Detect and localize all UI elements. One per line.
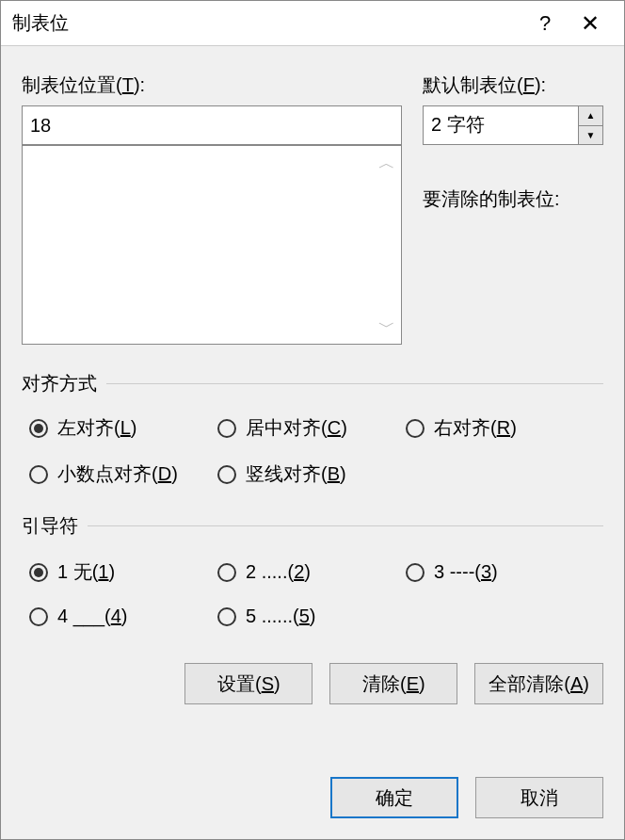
divider [106, 383, 603, 384]
radio-icon [406, 563, 425, 582]
dialog-buttons: 确定 取消 [330, 777, 603, 818]
radio-icon [29, 465, 48, 484]
radio-align-right[interactable]: 右对齐(R) [406, 415, 603, 441]
radio-label: 左对齐(L) [57, 415, 136, 441]
ok-button[interactable]: 确定 [330, 777, 458, 818]
radio-icon [29, 419, 48, 438]
spinner-down-icon[interactable]: ▼ [579, 126, 602, 145]
radio-icon [217, 465, 236, 484]
default-tab-label: 默认制表位(F): [423, 73, 603, 98]
radio-label: 竖线对齐(B) [246, 461, 346, 487]
radio-label: 5 ......(5) [246, 606, 315, 627]
tab-position-label: 制表位位置(T): [22, 73, 402, 98]
spinner-up-icon[interactable]: ▲ [579, 106, 602, 126]
title-bar: 制表位 ? ✕ [1, 1, 624, 46]
tabs-dialog: 制表位 ? ✕ 制表位位置(T): ︿ ﹀ 默认制表位(F): 2 字符 ▲ ▼ [0, 0, 625, 840]
radio-align-center[interactable]: 居中对齐(C) [217, 415, 406, 441]
scroll-down-icon: ﹀ [378, 315, 395, 338]
action-buttons: 设置(S) 清除(E) 全部清除(A) [22, 663, 603, 704]
radio-leader-dashes[interactable]: 3 ----(3) [406, 559, 603, 585]
tab-position-input[interactable] [22, 105, 402, 145]
radio-leader-underscore[interactable]: 4 ___(4) [29, 606, 217, 627]
close-button[interactable]: ✕ [568, 1, 613, 46]
radio-label: 1 无(1) [57, 559, 115, 585]
dialog-content: 制表位位置(T): ︿ ﹀ 默认制表位(F): 2 字符 ▲ ▼ 要清除的制表位… [1, 46, 624, 723]
radio-label: 4 ___(4) [57, 606, 128, 627]
cancel-button[interactable]: 取消 [475, 777, 603, 818]
alignment-group: 对齐方式 左对齐(L) 居中对齐(C) 右对齐(R) 小数点 [22, 371, 603, 487]
dialog-title: 制表位 [12, 10, 522, 36]
radio-label: 居中对齐(C) [246, 415, 347, 441]
radio-label: 小数点对齐(D) [57, 461, 178, 487]
alignment-title: 对齐方式 [22, 371, 97, 396]
set-button[interactable]: 设置(S) [184, 663, 312, 704]
radio-icon [406, 419, 425, 438]
clear-all-button[interactable]: 全部清除(A) [474, 663, 603, 704]
leader-title: 引导符 [22, 513, 78, 539]
radio-align-bar[interactable]: 竖线对齐(B) [217, 461, 406, 487]
radio-icon [217, 419, 236, 438]
divider [88, 525, 603, 526]
scroll-up-icon: ︿ [378, 152, 395, 174]
default-tab-value[interactable]: 2 字符 [424, 106, 578, 144]
radio-leader-dots2[interactable]: 5 ......(5) [217, 606, 406, 627]
radio-label: 2 .....(2) [246, 561, 311, 583]
help-button[interactable]: ? [522, 1, 568, 46]
radio-leader-none[interactable]: 1 无(1) [29, 559, 217, 585]
radio-icon [29, 607, 48, 626]
radio-icon [217, 563, 236, 582]
radio-label: 3 ----(3) [434, 561, 498, 583]
tab-stops-listbox[interactable]: ︿ ﹀ [22, 145, 402, 345]
default-tab-spinner[interactable]: 2 字符 ▲ ▼ [423, 105, 603, 145]
radio-leader-dots1[interactable]: 2 .....(2) [217, 559, 406, 585]
clear-button[interactable]: 清除(E) [329, 663, 457, 704]
radio-icon [217, 607, 236, 626]
leader-group: 引导符 1 无(1) 2 .....(2) 3 ----(3) [22, 513, 603, 627]
radio-label: 右对齐(R) [434, 415, 517, 441]
radio-align-left[interactable]: 左对齐(L) [29, 415, 217, 441]
radio-align-decimal[interactable]: 小数点对齐(D) [29, 461, 217, 487]
radio-icon [29, 563, 48, 582]
to-clear-label: 要清除的制表位: [423, 186, 603, 212]
